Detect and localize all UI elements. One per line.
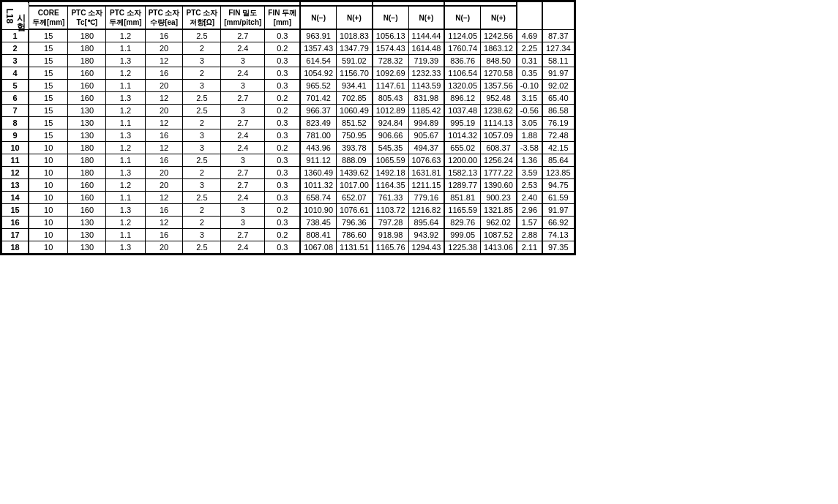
table-cell: 18	[2, 241, 29, 254]
table-cell: 8	[2, 117, 29, 129]
row-header-label: 시험L18	[2, 2, 29, 30]
table-cell: 1.2	[106, 29, 145, 42]
table-cell: 160	[68, 92, 106, 105]
table-cell: 1060.49	[337, 105, 373, 117]
table-cell: 1.3	[106, 204, 145, 217]
table-cell: 1225.38	[444, 241, 480, 254]
table-cell: 0.2	[265, 229, 300, 241]
table-cell: 0.2	[265, 105, 300, 117]
table-cell: 2.4	[221, 67, 265, 80]
table-cell: 2.7	[221, 92, 265, 105]
table-cell: 15	[29, 55, 68, 67]
table-cell: 130	[68, 117, 106, 129]
snbi-header	[517, 2, 542, 30]
table-cell: 12	[145, 92, 183, 105]
table-cell: 85.64	[542, 154, 574, 167]
table-row: 1151801.2162.52.70.3963.911018.831056.13…	[2, 29, 575, 42]
table-cell: 1357.43	[300, 42, 336, 55]
table-cell: 10	[29, 167, 68, 179]
table-cell: 1390.60	[481, 179, 517, 192]
table-cell: 962.02	[481, 217, 517, 229]
table-cell: 2.25	[517, 42, 542, 55]
table-cell: 97.35	[542, 241, 574, 254]
table-cell: 1294.43	[408, 241, 444, 254]
table-cell: 0.3	[265, 154, 300, 167]
table-cell: 2.4	[221, 142, 265, 154]
table-cell: 2	[183, 167, 221, 179]
table-cell: 0.3	[265, 192, 300, 204]
table-cell: 15	[29, 67, 68, 80]
table-cell: 393.78	[337, 142, 373, 154]
table-cell: 896.12	[444, 92, 480, 105]
v115nm-subheader: N(−)	[300, 6, 336, 29]
table-cell: 1131.51	[337, 241, 373, 254]
table-cell: 3	[221, 55, 265, 67]
table-cell: 851.52	[337, 117, 373, 129]
table-cell: 1574.43	[373, 42, 408, 55]
table-row: 10101801.21232.40.2443.96393.78545.35494…	[2, 142, 575, 154]
table-cell: 1014.32	[444, 129, 480, 142]
table-cell: 10	[29, 179, 68, 192]
table-body: 1151801.2162.52.70.3963.911018.831056.13…	[2, 29, 575, 254]
table-cell: 1114.13	[481, 117, 517, 129]
table-cell: 1.1	[106, 80, 145, 92]
table-cell: 823.49	[300, 117, 336, 129]
table-cell: 1.3	[106, 129, 145, 142]
table-cell: 91.97	[542, 204, 574, 217]
table-cell: 905.67	[408, 129, 444, 142]
table-cell: 786.60	[337, 229, 373, 241]
table-cell: 10	[29, 229, 68, 241]
table-cell: 1320.05	[444, 80, 480, 92]
table-cell: 16	[145, 129, 183, 142]
table-cell: 1211.15	[408, 179, 444, 192]
table-cell: 963.91	[300, 29, 336, 42]
table-cell: 1124.05	[444, 29, 480, 42]
table-cell: 130	[68, 129, 106, 142]
table-cell: 702.85	[337, 92, 373, 105]
table-cell: 1.3	[106, 167, 145, 179]
ptc3-subheader: PTC 소자수량[ea]	[145, 6, 183, 29]
table-cell: 3	[183, 80, 221, 92]
table-cell: 1185.42	[408, 105, 444, 117]
ptc4-subheader: PTC 소자저항[Ω]	[183, 6, 221, 29]
table-cell: 9	[2, 129, 29, 142]
table-cell: 1413.06	[481, 241, 517, 254]
table-cell: 888.09	[337, 154, 373, 167]
table-cell: 3	[221, 80, 265, 92]
table-cell: 0.3	[265, 29, 300, 42]
table-cell: 180	[68, 42, 106, 55]
table-cell: 1076.63	[408, 154, 444, 167]
table-cell: 0.35	[517, 67, 542, 80]
table-cell: 2.7	[221, 167, 265, 179]
table-cell: 750.95	[337, 129, 373, 142]
table-cell: 701.42	[300, 92, 336, 105]
table-cell: 72.48	[542, 129, 574, 142]
table-cell: 3.59	[517, 167, 542, 179]
table-cell: 1200.00	[444, 154, 480, 167]
table-cell: 2	[183, 67, 221, 80]
table-cell: 1011.32	[300, 179, 336, 192]
fin2-subheader: FIN 두께[mm]	[265, 6, 300, 29]
table-cell: 2.4	[221, 192, 265, 204]
table-cell: 918.98	[373, 229, 408, 241]
table-cell: 1037.48	[444, 105, 480, 117]
table-cell: 15	[29, 29, 68, 42]
table-cell: 1.2	[106, 67, 145, 80]
table-cell: 781.00	[300, 129, 336, 142]
table-cell: 1863.12	[481, 42, 517, 55]
table-cell: 1165.76	[373, 241, 408, 254]
table-cell: 16	[145, 204, 183, 217]
table-cell: 2	[2, 42, 29, 55]
table-cell: 848.50	[481, 55, 517, 67]
table-cell: 10	[29, 241, 68, 254]
table-cell: 1.2	[106, 142, 145, 154]
table-cell: 3	[183, 142, 221, 154]
table-cell: 797.28	[373, 217, 408, 229]
table-cell: 1012.89	[373, 105, 408, 117]
table-cell: 2.4	[221, 241, 265, 254]
table-cell: 1.1	[106, 229, 145, 241]
table-cell: 130	[68, 241, 106, 254]
table-cell: 2.5	[183, 105, 221, 117]
table-cell: 2.40	[517, 192, 542, 204]
main-table-container: 시험L18 CORE두께[mm] PTC 소자Tc[℃] PTC 소자두께[mm…	[0, 0, 576, 255]
